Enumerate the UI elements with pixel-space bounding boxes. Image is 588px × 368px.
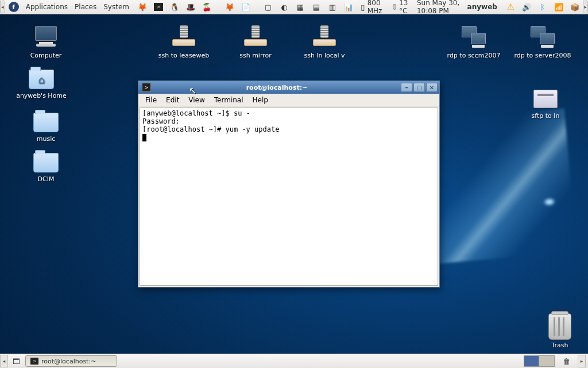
tray-sysmon[interactable]: 📊	[341, 0, 357, 14]
launcher-firefox[interactable]: 🦊	[134, 0, 150, 14]
fedora-menu[interactable]: f	[5, 0, 22, 14]
menu-view[interactable]: View	[184, 95, 209, 105]
launcher-app2[interactable]: 🎩	[183, 0, 199, 14]
desktop-icon-trash[interactable]: Trash	[540, 313, 580, 349]
user-menu[interactable]: anyweb	[464, 0, 501, 14]
folder-icon	[32, 106, 60, 134]
panel-hide-right-bottom[interactable]: ▸	[578, 355, 586, 367]
desktop[interactable]: Computer anyweb's Home music DCIM ssh to…	[0, 14, 588, 354]
workspace-1[interactable]	[524, 356, 539, 366]
icon-label: ssh mirror	[239, 52, 272, 59]
box2-icon: 📦	[570, 2, 579, 12]
term-line: [root@localhost ~]# yum -y update	[142, 125, 279, 133]
desktop-icon-sftp-ln[interactable]: sftp to ln	[517, 83, 574, 120]
tray-app2[interactable]: ▦	[292, 0, 308, 14]
workspace-2[interactable]	[539, 356, 554, 366]
bottom-panel: ◂ 🗔 > root@localhost:~ 🗑 ▸	[0, 354, 588, 368]
desktop-icon-ssh-mirror[interactable]: ssh mirror	[227, 23, 284, 59]
weather-applet[interactable]: 13 °C	[389, 0, 413, 14]
menu-file[interactable]: File	[141, 95, 161, 105]
launcher-terminal[interactable]: >	[150, 0, 167, 14]
chip-icon: ▤	[312, 2, 321, 12]
terminal-small-icon: >	[30, 358, 38, 365]
icon-label: ssh to leaseweb	[158, 52, 209, 59]
folder-icon	[32, 147, 60, 174]
show-desktop-icon: 🗔	[11, 356, 21, 366]
window-close-button[interactable]: ✕	[426, 83, 438, 92]
term-line: [anyweb@localhost ~]$ su -	[142, 109, 250, 117]
tile-icon: ▥	[328, 2, 337, 12]
tray-network[interactable]: 📶	[551, 0, 567, 14]
top-panel: ◂ f Applications Places System 🦊 > 🐧 🎩 🍒…	[0, 0, 588, 14]
menu-terminal[interactable]: Terminal	[210, 95, 248, 105]
launcher-icon	[311, 23, 338, 51]
term-line: Password:	[142, 117, 180, 125]
terminal-output[interactable]: [anyweb@localhost ~]$ su - Password: [ro…	[140, 108, 438, 286]
icon-label: anyweb's Home	[16, 92, 67, 99]
desktop-icon-rdp-server[interactable]: rdp to server2008	[514, 23, 571, 59]
sysmon-icon: 📊	[344, 2, 353, 12]
panel-hide-left[interactable]: ◂	[0, 1, 5, 13]
tray-app3[interactable]: ▤	[308, 0, 324, 14]
tray-app4[interactable]: ▥	[324, 0, 341, 14]
terminal-window[interactable]: root@localhost:~ – ▢ ✕ File Edit View Te…	[138, 80, 440, 288]
panel-hide-left-bottom[interactable]: ◂	[0, 355, 8, 367]
icon-label: rdp to sccm2007	[447, 52, 501, 59]
sftp-icon	[532, 83, 559, 111]
desktop-icon-music[interactable]: music	[17, 106, 75, 143]
launcher-app4[interactable]: 📄	[238, 0, 254, 14]
icon-label: DCIM	[38, 175, 55, 183]
show-desktop-button[interactable]: 🗔	[8, 354, 24, 368]
clock-applet[interactable]: Sun May 30, 10:08 PM	[413, 0, 464, 14]
taskbar-item-terminal[interactable]: > root@localhost:~	[25, 355, 117, 367]
temp-label: 13 °C	[399, 0, 410, 15]
hat-icon: 🎩	[186, 2, 195, 12]
workspace-switcher[interactable]	[524, 355, 555, 367]
cpu-freq-label: 800 MHz	[368, 0, 386, 15]
menu-applications[interactable]: Applications	[22, 0, 71, 14]
icon-label: sftp to ln	[532, 112, 560, 120]
tray-warning[interactable]: ⚠	[502, 0, 519, 14]
tray-misc[interactable]: 📦	[567, 0, 583, 14]
penguin-icon: 🐧	[170, 2, 179, 12]
window-maximize-button[interactable]: ▢	[413, 83, 425, 92]
icon-label: Trash	[551, 342, 568, 349]
desktop-icon-ssh-leaseweb[interactable]: ssh to leaseweb	[155, 23, 212, 59]
volume-icon: 🔊	[522, 2, 531, 12]
tray-volume[interactable]: 🔊	[519, 0, 535, 14]
desktop-icon-home[interactable]: anyweb's Home	[13, 63, 70, 99]
network-icon: 📶	[554, 2, 563, 12]
gimp-icon: 🦊	[225, 2, 234, 12]
launcher-app3[interactable]: 🍒	[199, 0, 215, 14]
launcher-icon	[170, 23, 198, 51]
desktop-icon-dcim[interactable]: DCIM	[17, 147, 75, 183]
menu-edit[interactable]: Edit	[161, 95, 184, 105]
panel-hide-right[interactable]: ▸	[583, 1, 588, 13]
cherry-icon: 🍒	[202, 2, 211, 12]
icon-label: music	[37, 135, 56, 143]
menu-help[interactable]: Help	[248, 95, 273, 105]
desktop-icon-rdp-sccm[interactable]: rdp to sccm2007	[445, 23, 502, 59]
tray-app1[interactable]: ▢	[260, 0, 276, 14]
cpu-freq-applet[interactable]: ▯800 MHz	[357, 0, 389, 14]
menu-places[interactable]: Places	[71, 0, 100, 14]
firefox-icon: 🦊	[138, 2, 147, 12]
home-folder-icon	[28, 63, 55, 91]
window-minimize-button[interactable]: –	[401, 83, 412, 92]
tray-trash-applet[interactable]: 🗑	[558, 356, 574, 366]
tray-fedora[interactable]: ◐	[276, 0, 292, 14]
tray-bluetooth[interactable]: ᛒ	[535, 0, 551, 14]
task-label: root@localhost:~	[41, 358, 96, 365]
launcher-gimp[interactable]: 🦊	[222, 0, 238, 14]
desktop-icon-computer[interactable]: Computer	[17, 23, 75, 59]
window-titlebar[interactable]: root@localhost:~ – ▢ ✕	[138, 81, 439, 94]
icon-label: ssh ln local v	[304, 52, 345, 59]
menu-system[interactable]: System	[100, 0, 133, 14]
box-icon: ▢	[264, 2, 273, 12]
terminal-icon: >	[154, 3, 163, 11]
rdp-icon	[529, 23, 556, 51]
launcher-app1[interactable]: 🐧	[167, 0, 183, 14]
rdp-icon	[460, 23, 488, 51]
icon-label: Computer	[30, 52, 62, 59]
desktop-icon-ssh-lnlocal[interactable]: ssh ln local v	[296, 23, 353, 59]
